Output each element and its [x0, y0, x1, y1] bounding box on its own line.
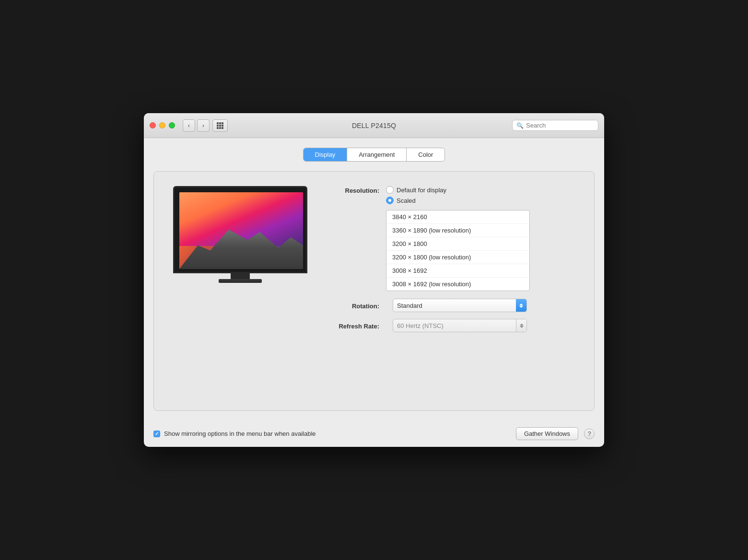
monitor-preview: [173, 186, 307, 283]
help-button[interactable]: ?: [584, 429, 595, 439]
resolution-item-2[interactable]: 3200 × 1800: [386, 237, 529, 251]
rotation-arrows: [516, 299, 526, 312]
tabs-container: Display Arrangement Color: [153, 148, 595, 162]
monitor-stand: [219, 279, 262, 283]
search-icon: 🔍: [516, 122, 524, 129]
settings-panel: Resolution: Default for display Scaled: [331, 186, 575, 339]
grid-icon: [217, 122, 223, 129]
resolution-label: Resolution:: [331, 186, 379, 194]
radio-scaled-label: Scaled: [397, 197, 416, 204]
rotation-row: Rotation: Standard: [331, 299, 575, 312]
nav-buttons: ‹ ›: [183, 119, 210, 132]
main-window: ‹ › DELL P2415Q 🔍 Display Arrangement Co…: [144, 113, 604, 447]
radio-scaled-inner: [388, 199, 391, 202]
resolution-item-0[interactable]: 3840 × 2160: [386, 210, 529, 224]
maximize-button[interactable]: [169, 122, 175, 128]
refresh-rate-label: Refresh Rate:: [331, 322, 379, 330]
radio-scaled-circle: [386, 197, 394, 204]
rotation-arrow-up: [519, 303, 523, 305]
resolution-item-3[interactable]: 3200 × 1800 (low resolution): [386, 251, 529, 264]
content-area: Display Arrangement Color: [144, 138, 604, 420]
mirror-label-text: Show mirroring options in the menu bar w…: [164, 430, 316, 437]
monitor-screen: [179, 192, 303, 269]
radio-options: Default for display Scaled: [386, 186, 446, 204]
resolution-list[interactable]: 3840 × 2160 3360 × 1890 (low resolution)…: [386, 210, 530, 291]
rotation-value: Standard: [397, 302, 422, 309]
checkmark-icon: ✓: [155, 432, 159, 436]
refresh-rate-arrows: [516, 319, 526, 332]
tab-arrangement[interactable]: Arrangement: [347, 148, 407, 161]
refresh-arrow-down: [520, 326, 524, 328]
radio-scaled[interactable]: Scaled: [386, 197, 446, 204]
refresh-rate-value: 60 Hertz (NTSC): [397, 322, 444, 329]
minimize-button[interactable]: [159, 122, 165, 128]
rotation-label: Rotation:: [331, 302, 379, 310]
bottom-bar: ✓ Show mirroring options in the menu bar…: [144, 420, 604, 447]
search-box[interactable]: 🔍: [512, 120, 598, 131]
rotation-arrow-down: [519, 306, 523, 308]
refresh-rate-select[interactable]: 60 Hertz (NTSC): [393, 319, 527, 332]
resolution-item-1[interactable]: 3360 × 1890 (low resolution): [386, 224, 529, 237]
resolution-item-4[interactable]: 3008 × 1692: [386, 264, 529, 278]
monitor-neck: [231, 273, 250, 279]
main-panel: Resolution: Default for display Scaled: [153, 171, 595, 411]
forward-button[interactable]: ›: [197, 119, 210, 132]
resolution-item-5[interactable]: 3008 × 1692 (low resolution): [386, 278, 529, 291]
refresh-rate-row: Refresh Rate: 60 Hertz (NTSC): [331, 319, 575, 332]
close-button[interactable]: [150, 122, 156, 128]
radio-default[interactable]: Default for display: [386, 186, 446, 194]
mirror-checkbox[interactable]: ✓: [153, 431, 160, 437]
gather-windows-button[interactable]: Gather Windows: [516, 427, 578, 440]
titlebar: ‹ › DELL P2415Q 🔍: [144, 113, 604, 138]
radio-default-circle: [386, 186, 394, 194]
grid-view-button[interactable]: [212, 119, 228, 132]
resolution-row: Resolution: Default for display Scaled: [331, 186, 575, 204]
rotation-select[interactable]: Standard: [393, 299, 527, 312]
traffic-lights: [150, 122, 175, 128]
radio-default-label: Default for display: [397, 187, 446, 194]
window-title: DELL P2415Q: [352, 122, 396, 129]
tab-display[interactable]: Display: [304, 148, 348, 161]
mirror-checkbox-label[interactable]: ✓ Show mirroring options in the menu bar…: [153, 430, 316, 437]
monitor-frame: [173, 186, 307, 273]
refresh-arrow-up: [520, 324, 524, 326]
tab-color[interactable]: Color: [407, 148, 444, 161]
search-input[interactable]: [526, 122, 594, 129]
tabs: Display Arrangement Color: [303, 148, 445, 162]
display-content: Resolution: Default for display Scaled: [173, 186, 575, 339]
back-button[interactable]: ‹: [183, 119, 195, 132]
